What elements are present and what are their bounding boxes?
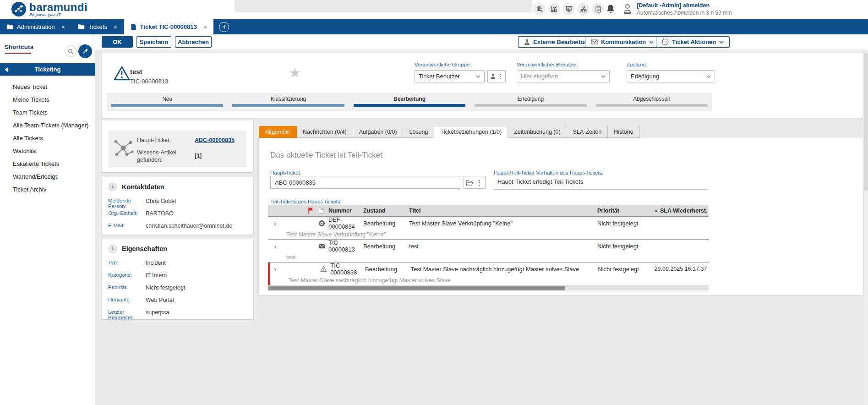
cell-sla: 29.09.2025 16:17:37 xyxy=(652,266,709,272)
tab-ticketbeziehungen[interactable]: Ticketbeziehungen (1/0) xyxy=(434,126,508,138)
sidebar-item-meine-tickets[interactable]: Meine Tickets xyxy=(0,93,95,106)
sidebar-item-alle-tickets[interactable]: Alle Tickets xyxy=(0,131,95,144)
contact-label: E-Mail: xyxy=(108,223,146,229)
cell-number: DEF-00000834 xyxy=(328,216,363,230)
tab-allgemein[interactable]: Allgemein xyxy=(259,126,297,138)
window-tabstrip: Administration × Tickets × Ticket TIC-00… xyxy=(0,19,868,34)
stage-label: Neu xyxy=(107,96,228,102)
close-icon[interactable]: × xyxy=(61,23,65,30)
org-structure-icon[interactable] xyxy=(577,3,590,15)
stage-klassifizierung[interactable]: Klassifizierung xyxy=(228,93,349,111)
table-row[interactable]: › TIC-00000813 Bearbeitung test Nicht fe… xyxy=(268,240,709,252)
contact-label: Org.-Einheit: xyxy=(108,210,146,217)
tab-aufgaben[interactable]: Aufgaben (0/0) xyxy=(353,126,404,138)
statistics-icon[interactable] xyxy=(548,3,560,15)
ticket-actions-button[interactable]: Ticket Aktionen xyxy=(656,36,730,48)
new-tab-plus-icon[interactable]: + xyxy=(219,22,229,32)
save-button[interactable]: Speichern xyxy=(136,36,171,48)
document-column-icon[interactable] xyxy=(318,208,328,214)
chevron-down-icon xyxy=(719,41,724,44)
header-prioritaet[interactable]: Priorität xyxy=(595,208,651,214)
tab-loesung[interactable]: Lösung xyxy=(403,126,434,138)
vertical-dots-icon: ⋮ xyxy=(497,73,503,80)
sidebar-item-eskalierte-tickets[interactable]: Eskalierte Tickets xyxy=(0,157,95,170)
user-icon[interactable] xyxy=(622,3,633,15)
chevron-right-icon[interactable]: › xyxy=(108,244,117,253)
document-icon xyxy=(131,23,136,30)
vertical-dots-icon[interactable]: ⋮ xyxy=(476,178,483,187)
ok-button[interactable]: OK xyxy=(102,36,133,48)
open-folder-icon[interactable] xyxy=(466,180,473,186)
responsible-group-select[interactable]: Ticket Benutzer xyxy=(415,70,485,82)
sidebar-section-ticketing[interactable]: Ticketing xyxy=(0,63,95,76)
cancel-button[interactable]: Abbrechen xyxy=(175,36,212,48)
responsible-user-select[interactable]: Hier eingeben xyxy=(517,70,610,82)
global-search-icon[interactable] xyxy=(533,3,546,15)
content-vertical-scrollbar-thumb[interactable] xyxy=(864,53,868,191)
main-ticket-field-buttons[interactable]: ⋮ xyxy=(464,176,486,189)
chevron-left-icon[interactable] xyxy=(5,67,8,72)
property-row: Kategorie: IT Intern xyxy=(108,272,167,279)
person-icon xyxy=(524,39,530,45)
ticket-warning-triangle-icon xyxy=(114,66,130,81)
window-tab-ticket-active[interactable]: Ticket TIC-00000813 × xyxy=(124,19,214,34)
table-horizontal-scrollbar-thumb[interactable] xyxy=(268,286,565,290)
responsible-group-value: Ticket Benutzer xyxy=(419,73,460,80)
table-row[interactable]: › DEF-00000834 Bearbeitung Test Master S… xyxy=(268,217,709,230)
stage-abgeschlossen[interactable]: Abgeschlossen xyxy=(591,93,712,111)
sidebar-search-icon[interactable] xyxy=(65,45,76,57)
sidebar-item-neues-ticket[interactable]: Neues Ticket xyxy=(0,80,95,93)
stage-bearbeitung[interactable]: Bearbeitung xyxy=(349,93,470,111)
sidebar-item-alle-team-tickets[interactable]: Alle Team-Tickets (Manager) xyxy=(0,119,95,131)
stage-erledigung[interactable]: Erledigung xyxy=(470,93,591,111)
header-sla[interactable]: ▲ SLA Wiederherst. xyxy=(651,208,709,214)
state-select[interactable]: Erledigung xyxy=(627,70,715,82)
main-ticket-field-label: Haupt-Ticket: xyxy=(270,170,301,175)
logout-link[interactable]: [Default -Admin] abmelden xyxy=(637,2,732,9)
property-label: Herkunft: xyxy=(108,297,146,303)
communication-button[interactable]: Kommunikation xyxy=(585,36,660,48)
window-tab-label: Tickets xyxy=(88,23,107,30)
assign-group-button[interactable]: ⋮ xyxy=(487,70,506,82)
main-ticket-link[interactable]: ABC-00000835 xyxy=(195,137,235,143)
close-icon[interactable]: × xyxy=(203,23,207,30)
subtickets-table: Nummer Zustand Titel Priorität ▲ SLA Wie… xyxy=(268,205,709,285)
notifications-bell-icon[interactable] xyxy=(606,4,616,15)
sidebar-item-ticket-archiv[interactable]: Ticket Archiv xyxy=(0,183,95,196)
row-expander-icon[interactable]: › xyxy=(274,219,276,227)
tab-nachrichten[interactable]: Nachrichten (0/4) xyxy=(297,126,353,138)
stage-neu[interactable]: Neu xyxy=(107,93,228,111)
chevron-right-icon[interactable]: › xyxy=(108,182,117,192)
main-ticket-input[interactable] xyxy=(270,176,460,189)
tab-zeitenbuchung[interactable]: Zeitenbuchung (0) xyxy=(508,126,567,138)
table-row[interactable]: › TIC-00000838 Bearbeitung Test Master S… xyxy=(270,263,709,275)
tasks-clipboard-icon[interactable] xyxy=(592,3,604,15)
window-tab-tickets[interactable]: Tickets × xyxy=(71,19,124,34)
dashboard-icon[interactable] xyxy=(562,3,575,15)
header-nummer[interactable]: Nummer xyxy=(328,208,363,214)
contact-card: › Kontaktdaten Meldende Person: Chris Gö… xyxy=(102,177,253,235)
shortcuts-title: Shortcuts xyxy=(5,44,33,50)
property-row: Typ: Incident xyxy=(108,260,166,266)
window-tab-administration[interactable]: Administration × xyxy=(0,19,71,34)
tab-sla-zeiten[interactable]: SLA-Zeiten xyxy=(567,126,608,138)
chevron-down-icon xyxy=(476,75,480,78)
tab-historie[interactable]: Historie xyxy=(608,126,639,138)
row-expander-icon[interactable]: › xyxy=(274,242,276,250)
content-vertical-scrollbar xyxy=(864,49,868,405)
flag-icon[interactable] xyxy=(302,207,318,214)
header-zustand[interactable]: Zustand xyxy=(363,208,409,214)
sidebar-pin-icon[interactable] xyxy=(78,44,92,58)
close-icon[interactable]: × xyxy=(114,23,118,30)
sidebar-item-watchlist[interactable]: Watchlist xyxy=(0,144,95,157)
behavior-field-label: Haupt-/Teil-Ticket Verhalten des Haupt-T… xyxy=(494,170,603,175)
sidebar-item-team-tickets[interactable]: Team Tickets xyxy=(0,106,95,119)
header-titel[interactable]: Titel xyxy=(409,208,595,214)
knowledge-articles-label: Wissens-Artikel gefunden: xyxy=(137,149,188,164)
row-expander-icon[interactable]: › xyxy=(274,265,276,273)
sidebar-item-wartend-erledigt[interactable]: Wartend/Erledigt xyxy=(0,170,95,183)
cell-priority: Nicht festgelegt xyxy=(595,266,651,273)
sidebar: Shortcuts Ticketing Neues Ticket Meine T… xyxy=(0,34,95,405)
favorite-star-icon[interactable]: ★ xyxy=(289,65,301,81)
state-field: Zustand: Erledigung xyxy=(627,62,715,82)
